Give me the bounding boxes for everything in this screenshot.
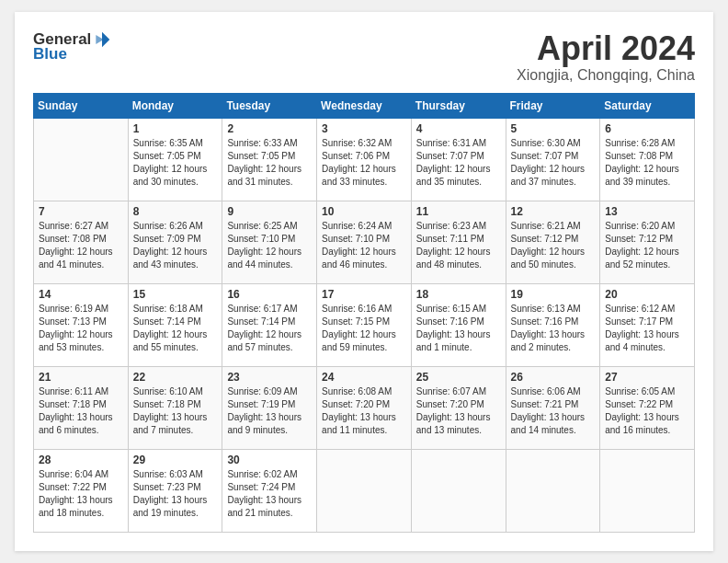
day-cell: 24Sunrise: 6:08 AMSunset: 7:20 PMDayligh… [317,366,412,449]
day-cell: 9Sunrise: 6:25 AMSunset: 7:10 PMDaylight… [222,201,317,283]
day-number: 3 [322,122,406,135]
week-row-5: 28Sunrise: 6:04 AMSunset: 7:22 PMDayligh… [34,449,695,532]
day-info: Sunrise: 6:17 AMSunset: 7:14 PMDaylight:… [227,303,312,354]
day-cell: 5Sunrise: 6:30 AMSunset: 7:07 PMDaylight… [506,118,600,201]
day-number: 8 [133,205,218,218]
day-info: Sunrise: 6:27 AMSunset: 7:08 PMDaylight:… [39,220,123,271]
day-cell: 4Sunrise: 6:31 AMSunset: 7:07 PMDaylight… [411,118,506,201]
day-info: Sunrise: 6:25 AMSunset: 7:10 PMDaylight:… [227,220,312,271]
weekday-header-sunday: Sunday [34,93,129,118]
day-number: 7 [39,205,123,218]
weekday-header-monday: Monday [128,93,222,118]
day-cell: 25Sunrise: 6:07 AMSunset: 7:20 PMDayligh… [411,366,506,449]
day-cell: 17Sunrise: 6:16 AMSunset: 7:15 PMDayligh… [317,283,412,366]
day-number: 24 [322,371,406,384]
day-cell [600,449,695,532]
day-info: Sunrise: 6:20 AMSunset: 7:12 PMDaylight:… [605,220,689,271]
day-cell [317,449,412,532]
day-number: 9 [227,205,312,218]
day-number: 29 [133,454,218,466]
day-number: 28 [39,454,123,466]
day-info: Sunrise: 6:06 AMSunset: 7:21 PMDaylight:… [511,385,596,437]
day-info: Sunrise: 6:19 AMSunset: 7:13 PMDaylight:… [39,303,123,354]
day-cell: 8Sunrise: 6:26 AMSunset: 7:09 PMDaylight… [128,201,222,283]
day-number: 19 [511,288,596,301]
day-cell: 12Sunrise: 6:21 AMSunset: 7:12 PMDayligh… [506,201,600,283]
day-number: 27 [605,371,689,384]
weekday-header-tuesday: Tuesday [222,93,317,118]
header-area: General Blue April 2024 Xiongjia, Chongq… [33,30,695,84]
day-cell: 23Sunrise: 6:09 AMSunset: 7:19 PMDayligh… [222,366,317,449]
day-info: Sunrise: 6:03 AMSunset: 7:23 PMDaylight:… [133,468,218,520]
day-info: Sunrise: 6:28 AMSunset: 7:08 PMDaylight:… [605,137,689,189]
day-info: Sunrise: 6:18 AMSunset: 7:14 PMDaylight:… [133,303,218,354]
day-info: Sunrise: 6:23 AMSunset: 7:11 PMDaylight:… [416,220,501,271]
day-cell: 21Sunrise: 6:11 AMSunset: 7:18 PMDayligh… [34,366,129,449]
day-info: Sunrise: 6:11 AMSunset: 7:18 PMDaylight:… [39,385,123,437]
day-number: 5 [511,122,596,135]
weekday-header-saturday: Saturday [600,93,695,118]
day-info: Sunrise: 6:02 AMSunset: 7:24 PMDaylight:… [227,468,312,520]
day-cell: 19Sunrise: 6:13 AMSunset: 7:16 PMDayligh… [506,283,600,366]
weekday-header-row: SundayMondayTuesdayWednesdayThursdayFrid… [34,93,695,118]
day-number: 6 [605,122,689,135]
day-cell: 20Sunrise: 6:12 AMSunset: 7:17 PMDayligh… [600,283,695,366]
day-cell: 15Sunrise: 6:18 AMSunset: 7:14 PMDayligh… [128,283,222,366]
day-cell: 22Sunrise: 6:10 AMSunset: 7:18 PMDayligh… [128,366,222,449]
day-info: Sunrise: 6:04 AMSunset: 7:22 PMDaylight:… [39,468,123,520]
day-info: Sunrise: 6:09 AMSunset: 7:19 PMDaylight:… [227,385,312,437]
day-info: Sunrise: 6:13 AMSunset: 7:16 PMDaylight:… [511,303,596,354]
day-info: Sunrise: 6:08 AMSunset: 7:20 PMDaylight:… [322,385,406,437]
day-number: 1 [133,122,218,135]
day-cell: 3Sunrise: 6:32 AMSunset: 7:06 PMDaylight… [317,118,412,201]
main-title: April 2024 [517,30,695,67]
day-info: Sunrise: 6:21 AMSunset: 7:12 PMDaylight:… [511,220,596,271]
day-number: 23 [227,371,312,384]
day-info: Sunrise: 6:10 AMSunset: 7:18 PMDaylight:… [133,385,218,437]
day-number: 26 [511,371,596,384]
day-cell: 7Sunrise: 6:27 AMSunset: 7:08 PMDaylight… [34,201,129,283]
day-cell: 29Sunrise: 6:03 AMSunset: 7:23 PMDayligh… [128,449,222,532]
day-cell: 13Sunrise: 6:20 AMSunset: 7:12 PMDayligh… [600,201,695,283]
day-info: Sunrise: 6:12 AMSunset: 7:17 PMDaylight:… [605,303,689,354]
day-cell: 10Sunrise: 6:24 AMSunset: 7:10 PMDayligh… [317,201,412,283]
day-number: 18 [416,288,501,301]
day-info: Sunrise: 6:24 AMSunset: 7:10 PMDaylight:… [322,220,406,271]
day-info: Sunrise: 6:15 AMSunset: 7:16 PMDaylight:… [416,303,501,354]
day-info: Sunrise: 6:30 AMSunset: 7:07 PMDaylight:… [511,137,596,189]
day-number: 21 [39,371,123,384]
week-row-4: 21Sunrise: 6:11 AMSunset: 7:18 PMDayligh… [34,366,695,449]
day-info: Sunrise: 6:26 AMSunset: 7:09 PMDaylight:… [133,220,218,271]
day-cell: 28Sunrise: 6:04 AMSunset: 7:22 PMDayligh… [34,449,129,532]
day-cell: 1Sunrise: 6:35 AMSunset: 7:05 PMDaylight… [128,118,222,201]
logo-text-blue: Blue [33,45,67,63]
day-info: Sunrise: 6:05 AMSunset: 7:22 PMDaylight:… [605,385,689,437]
day-info: Sunrise: 6:35 AMSunset: 7:05 PMDaylight:… [133,137,218,189]
day-cell: 30Sunrise: 6:02 AMSunset: 7:24 PMDayligh… [222,449,317,532]
day-cell: 6Sunrise: 6:28 AMSunset: 7:08 PMDaylight… [600,118,695,201]
day-number: 4 [416,122,501,135]
day-number: 22 [133,371,218,384]
day-number: 13 [605,205,689,218]
day-info: Sunrise: 6:07 AMSunset: 7:20 PMDaylight:… [416,385,501,437]
day-info: Sunrise: 6:33 AMSunset: 7:05 PMDaylight:… [227,137,312,189]
day-number: 10 [322,205,406,218]
day-number: 12 [511,205,596,218]
day-info: Sunrise: 6:16 AMSunset: 7:15 PMDaylight:… [322,303,406,354]
day-number: 16 [227,288,312,301]
day-number: 17 [322,288,406,301]
day-cell [506,449,600,532]
logo-icon [93,30,111,49]
week-row-2: 7Sunrise: 6:27 AMSunset: 7:08 PMDaylight… [34,201,695,283]
day-cell [411,449,506,532]
logo: General Blue [33,30,111,63]
day-cell: 26Sunrise: 6:06 AMSunset: 7:21 PMDayligh… [506,366,600,449]
day-cell: 11Sunrise: 6:23 AMSunset: 7:11 PMDayligh… [411,201,506,283]
week-row-3: 14Sunrise: 6:19 AMSunset: 7:13 PMDayligh… [34,283,695,366]
week-row-1: 1Sunrise: 6:35 AMSunset: 7:05 PMDaylight… [34,118,695,201]
title-area: April 2024 Xiongjia, Chongqing, China [517,30,695,84]
day-number: 20 [605,288,689,301]
weekday-header-thursday: Thursday [411,93,506,118]
day-number: 11 [416,205,501,218]
day-cell [34,118,129,201]
